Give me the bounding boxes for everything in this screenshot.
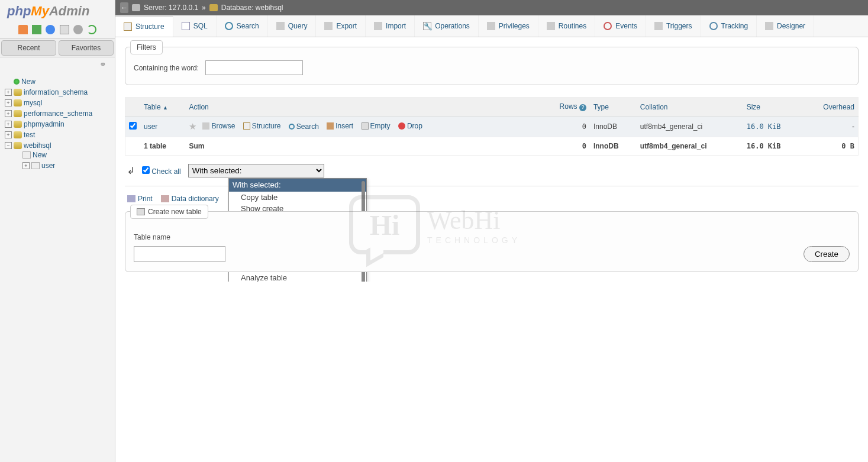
tab-operations[interactable]: 🔧Operations: [415, 15, 479, 37]
col-size[interactable]: Size: [743, 98, 803, 117]
tab-sql[interactable]: SQL: [173, 15, 217, 37]
sum-size: 16.0 KiB: [743, 137, 803, 156]
breadcrumb-sep: »: [202, 4, 206, 12]
nav-db-phpmyadmin[interactable]: phpmyadmin: [24, 120, 64, 128]
exit-icon[interactable]: [32, 25, 41, 34]
col-type[interactable]: Type: [590, 98, 637, 117]
action-drop[interactable]: Drop: [398, 122, 422, 130]
info-icon[interactable]: ?: [579, 104, 586, 111]
create-button[interactable]: Create: [804, 246, 850, 262]
nav-table-user[interactable]: user: [41, 161, 55, 170]
check-all[interactable]: Check all: [142, 166, 181, 176]
link-print[interactable]: Print: [127, 195, 153, 203]
link-data-dictionary[interactable]: Data dictionary: [161, 195, 219, 203]
col-action: Action: [185, 98, 541, 117]
tab-privileges[interactable]: Privileges: [479, 15, 538, 37]
tab-designer[interactable]: Designer: [757, 15, 814, 37]
drop-icon: [398, 122, 405, 130]
sum-collation: utf8mb4_general_ci: [637, 137, 743, 156]
nav-db-performance_schema[interactable]: performance_schema: [24, 109, 92, 118]
breadcrumb-server[interactable]: Server: 127.0.0.1: [144, 4, 198, 12]
nav-tree: New + information_schema + mysql + perfo…: [0, 72, 115, 177]
filters-legend: Filters: [130, 40, 163, 54]
with-selected-dropdown[interactable]: With selected:: [188, 164, 324, 177]
cell-overhead: -: [802, 117, 858, 137]
expand-icon[interactable]: +: [22, 162, 30, 169]
nav-new-table[interactable]: New: [33, 151, 47, 159]
favorite-icon[interactable]: ★: [189, 121, 196, 131]
tab-export[interactable]: Export: [316, 15, 366, 37]
tab-favorites[interactable]: Favorites: [59, 40, 114, 56]
tab-recent[interactable]: Recent: [1, 40, 56, 56]
nav-db-webihsql[interactable]: webihsql: [24, 141, 51, 150]
expand-icon[interactable]: +: [5, 110, 12, 117]
tables-list: Table ▲ Action Rows ? Type Collation Siz…: [125, 97, 859, 156]
query-icon: [276, 22, 285, 30]
sum-label: Sum: [185, 137, 541, 156]
nav-new[interactable]: New: [21, 77, 36, 86]
nav-db-test[interactable]: test: [24, 131, 35, 139]
col-rows[interactable]: Rows ?: [541, 98, 590, 117]
tab-structure[interactable]: Structure: [115, 15, 173, 37]
table-name-label: Table name: [134, 233, 225, 241]
sidebar-iconbar: [0, 22, 115, 38]
expand-icon[interactable]: +: [5, 99, 12, 106]
nav-back-icon[interactable]: ←: [120, 2, 128, 13]
action-empty[interactable]: Empty: [362, 122, 391, 130]
tab-query[interactable]: Query: [268, 15, 317, 37]
expand-icon[interactable]: +: [5, 121, 12, 128]
nav-db-mysql[interactable]: mysql: [24, 99, 42, 107]
database-icon: [14, 121, 22, 128]
help-icon[interactable]: [46, 25, 55, 34]
structure-icon: [124, 22, 132, 31]
tracking-icon: [709, 22, 718, 30]
filter-input[interactable]: [205, 60, 303, 75]
tab-tracking[interactable]: Tracking: [701, 15, 757, 37]
action-browse[interactable]: Browse: [202, 122, 235, 130]
col-collation[interactable]: Collation: [637, 98, 743, 117]
sum-count: 1 table: [140, 137, 185, 156]
logo[interactable]: phpMyAdmin: [0, 0, 115, 22]
table-name-link[interactable]: user: [144, 122, 157, 131]
empty-icon: [362, 122, 369, 130]
col-table[interactable]: Table ▲: [140, 98, 185, 117]
sum-type: InnoDB: [590, 137, 637, 156]
database-icon: [14, 89, 22, 96]
gear-icon[interactable]: [73, 25, 83, 34]
table-name-input[interactable]: [134, 246, 225, 262]
link-chain-icon[interactable]: ⚭: [0, 57, 115, 72]
filter-label: Containing the word:: [134, 64, 199, 72]
action-search[interactable]: Search: [289, 122, 319, 131]
home-icon[interactable]: [18, 25, 28, 34]
check-all-checkbox[interactable]: [142, 166, 150, 174]
action-structure[interactable]: Structure: [243, 122, 281, 130]
import-icon: [374, 22, 382, 30]
tab-search[interactable]: Search: [217, 15, 268, 37]
nav-db-information_schema[interactable]: information_schema: [24, 88, 88, 96]
breadcrumb-database[interactable]: Database: webihsql: [221, 4, 283, 12]
dd-analyze[interactable]: Analyze table: [229, 272, 366, 282]
sum-overhead: 0 B: [802, 137, 858, 156]
database-icon: [14, 99, 22, 106]
database-icon: [14, 131, 22, 138]
col-overhead[interactable]: Overhead: [802, 98, 858, 117]
expand-icon[interactable]: +: [5, 131, 12, 138]
summary-row: 1 table Sum 0 InnoDB utf8mb4_general_ci …: [125, 137, 859, 156]
tab-import[interactable]: Import: [366, 15, 415, 37]
sql-icon[interactable]: [60, 25, 69, 34]
cell-size[interactable]: 16.0 KiB: [747, 122, 781, 131]
action-insert[interactable]: Insert: [327, 122, 353, 130]
collapse-icon[interactable]: −: [5, 142, 12, 149]
tab-events[interactable]: Events: [595, 15, 646, 37]
expand-icon[interactable]: +: [5, 89, 12, 96]
arrow-up-icon: ↳: [127, 165, 135, 176]
reload-icon[interactable]: [87, 25, 96, 34]
dd-copy-table[interactable]: Copy table: [229, 192, 366, 203]
main-tabs: Structure SQL Search Query Export Import…: [115, 15, 868, 37]
operations-icon: 🔧: [423, 22, 431, 30]
tab-triggers[interactable]: Triggers: [646, 15, 701, 37]
events-icon: [604, 22, 612, 30]
row-checkbox[interactable]: [129, 122, 137, 130]
dd-header[interactable]: With selected:: [229, 179, 366, 192]
tab-routines[interactable]: Routines: [538, 15, 595, 37]
